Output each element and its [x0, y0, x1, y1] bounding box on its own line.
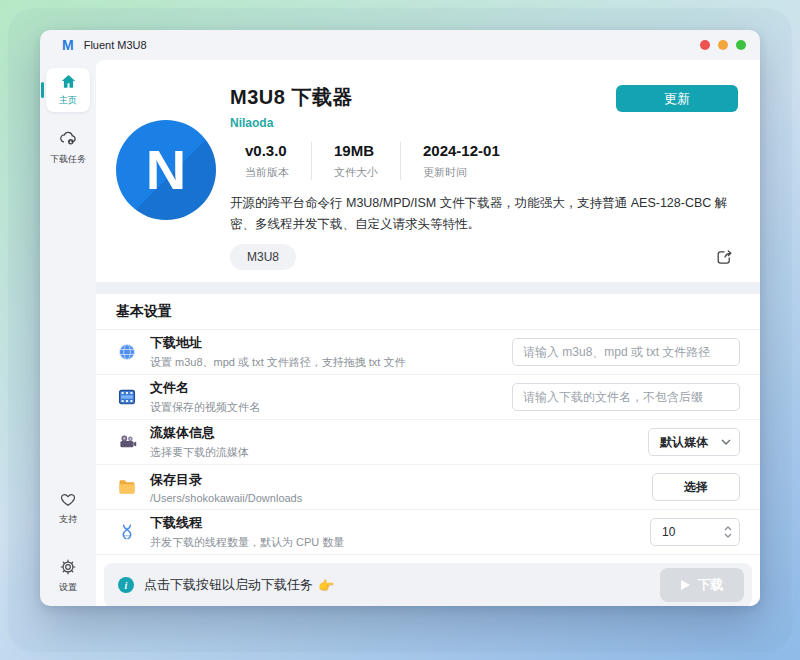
sidebar-item-label: 主页: [59, 94, 77, 107]
app-window: M Fluent M3U8 主页: [40, 30, 760, 606]
download-url-input[interactable]: [512, 338, 740, 366]
setting-desc: 并发下载的线程数量，默认为 CPU 数量: [150, 535, 344, 550]
update-button[interactable]: 更新: [616, 85, 738, 112]
media-select[interactable]: 默认媒体: [648, 428, 740, 456]
author-link[interactable]: Nilaoda: [230, 116, 273, 130]
sidebar: 主页 下载任务: [40, 60, 96, 606]
sidebar-item-download-tasks[interactable]: 下载任务: [50, 128, 86, 166]
titlebar[interactable]: M Fluent M3U8: [40, 30, 760, 60]
setting-desc: 选择要下载的流媒体: [150, 445, 249, 460]
folder-icon: [116, 477, 138, 497]
heart-icon: [59, 491, 77, 510]
gear-icon: [59, 558, 77, 578]
sidebar-item-home[interactable]: 主页: [46, 68, 90, 112]
window-minimize-button[interactable]: [718, 40, 728, 50]
app-icon-letter: N: [146, 142, 186, 198]
download-button[interactable]: 下载: [660, 568, 744, 602]
filename-input[interactable]: [512, 383, 740, 411]
app-logo-icon: M: [62, 38, 74, 52]
chevron-up-icon: [724, 526, 732, 531]
setting-desc: 设置保存的视频文件名: [150, 400, 260, 415]
choose-directory-button[interactable]: 选择: [652, 473, 740, 501]
setting-row-filename: 文件名 设置保存的视频文件名: [96, 375, 760, 420]
app-icon: N: [116, 120, 216, 220]
window-controls: [700, 40, 746, 50]
play-icon: [681, 580, 690, 590]
globe-icon: [116, 342, 138, 362]
chevron-down-icon: [721, 439, 731, 445]
thread-count-input[interactable]: [653, 525, 705, 539]
media-select-value: 默认媒体: [660, 434, 708, 451]
setting-title: 文件名: [150, 379, 260, 397]
download-button-label: 下载: [698, 576, 724, 594]
stepper-arrows[interactable]: [724, 526, 732, 538]
pointing-hand-emoji: 👉: [318, 578, 334, 593]
hint-text: 点击下载按钮以启动下载任务: [144, 576, 313, 594]
setting-row-stream-info: 流媒体信息 选择要下载的流媒体 默认媒体: [96, 420, 760, 465]
projector-icon: [116, 433, 138, 452]
window-maximize-button[interactable]: [736, 40, 746, 50]
sidebar-item-label: 支持: [59, 513, 77, 526]
setting-title: 下载地址: [150, 334, 405, 352]
basic-settings-section: 基本设置 下载地址 设置 m3u8、mpd 或 txt 文件路径，支持拖拽 tx…: [96, 294, 760, 555]
app-header: 更新 N M3U8 下载器 Nilaoda v0.3.0 当前版本: [96, 60, 760, 282]
chevron-down-icon: [724, 533, 732, 538]
app-description: 开源的跨平台命令行 M3U8/MPD/ISM 文件下载器，功能强大，支持普通 A…: [230, 193, 736, 235]
section-divider: [96, 282, 760, 294]
home-icon: [60, 73, 77, 92]
app-stats: v0.3.0 当前版本 19MB 文件大小 2024-12-01 更新时间: [230, 142, 736, 180]
setting-title: 流媒体信息: [150, 424, 249, 442]
save-directory-path: /Users/shokokawaii/Downloads: [150, 492, 302, 504]
sidebar-item-label: 设置: [59, 581, 77, 594]
stat-version: v0.3.0 当前版本: [230, 142, 311, 180]
setting-row-download-url: 下载地址 设置 m3u8、mpd 或 txt 文件路径，支持拖拽 txt 文件: [96, 330, 760, 375]
thread-count-stepper[interactable]: [650, 518, 740, 546]
setting-title: 下载线程: [150, 514, 344, 532]
share-button[interactable]: [715, 248, 734, 267]
tag-m3u8: M3U8: [230, 244, 296, 270]
sidebar-item-settings[interactable]: 设置: [59, 558, 77, 594]
stat-filesize: 19MB 文件大小: [311, 142, 400, 180]
stat-updated: 2024-12-01 更新时间: [400, 142, 522, 180]
film-icon: [116, 387, 138, 407]
sidebar-item-label: 下载任务: [50, 153, 86, 166]
main-content: 更新 N M3U8 下载器 Nilaoda v0.3.0 当前版本: [96, 60, 760, 606]
setting-row-threads: 下载线程 并发下载的线程数量，默认为 CPU 数量: [96, 510, 760, 555]
footer-hint-bar: i 点击下载按钮以启动下载任务 👉 下载: [104, 563, 752, 606]
sidebar-item-support[interactable]: 支持: [59, 491, 77, 526]
setting-desc: 设置 m3u8、mpd 或 txt 文件路径，支持拖拽 txt 文件: [150, 355, 405, 370]
cloud-download-icon: [58, 128, 78, 150]
setting-row-save-directory: 保存目录 /Users/shokokawaii/Downloads 选择: [96, 465, 760, 510]
window-close-button[interactable]: [700, 40, 710, 50]
section-title: 基本设置: [96, 294, 760, 330]
window-title: Fluent M3U8: [84, 39, 147, 51]
info-icon: i: [118, 577, 134, 593]
setting-title: 保存目录: [150, 471, 302, 489]
threads-icon: [116, 523, 138, 541]
share-icon: [715, 248, 734, 267]
